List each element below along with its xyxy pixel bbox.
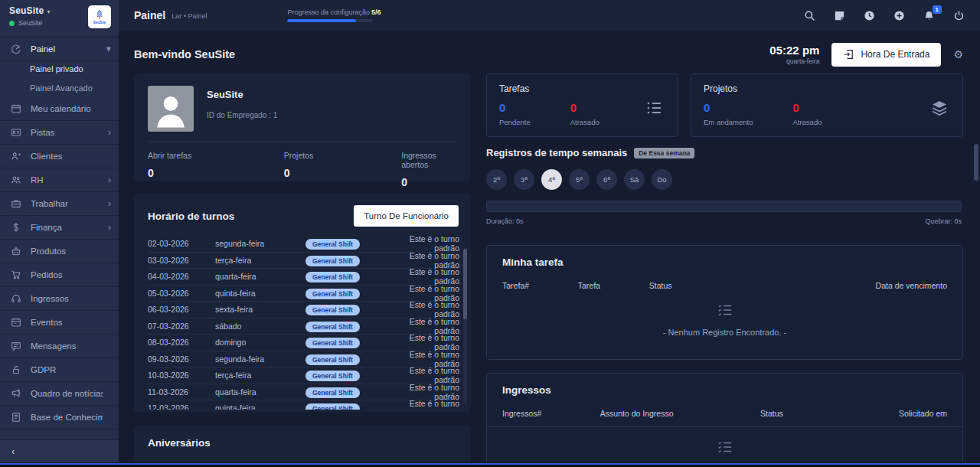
column-header-solicitado-em: Solicitado em [885,409,947,418]
profile-stat-abrir-tarefas: Abrir tarefas0 [148,151,284,188]
shift-badge: General Shift [305,354,360,365]
cake-icon [293,461,312,462]
online-status-icon [9,21,15,26]
weekday-pill-do[interactable]: Do [652,169,672,190]
clock-in-button[interactable]: Hora De Entrada [831,43,941,67]
notifications-bell-icon[interactable]: 1 [923,10,935,21]
sidebar-item-painel-privado[interactable]: Painel privado [0,59,119,78]
weekday-pill-3[interactable]: 3ª [514,169,534,190]
projects-card-title: Projetos [704,83,950,94]
column-header-status: Status [649,281,858,290]
shift-badge: General Shift [305,322,360,332]
tasks-card-title: Tarefas [499,83,665,94]
sidebar-item-quadro-de-not-cias[interactable]: Quadro de notícias [0,382,119,406]
sidebar-item-finan-a[interactable]: Finança› [0,216,119,240]
tasks-overdue-count: 0 [570,101,599,114]
weekday-pills: 2ª3ª4ª5ª6ªSáDo [486,169,962,190]
avatar[interactable] [148,86,194,132]
brand-logo[interactable]: SeuSite [88,5,111,28]
employee-shift-button[interactable]: Turno De Funcionário [354,205,459,227]
projects-summary-card[interactable]: Projetos 0Em andamento 0Atrasado [691,73,963,137]
right-column: Tarefas 0Pendente 0Atrasado Projetos [486,73,963,462]
knowledge-icon [10,412,22,423]
calendar-icon [10,103,22,114]
empty-list-icon [502,439,947,456]
shift-row: 09-03-2026 segunda-feira General Shift E… [148,351,461,367]
profile-card: SeuSite ID do Empregado : 1 Abrir tarefa… [134,73,471,181]
sticky-note-icon[interactable] [834,10,845,21]
setup-progress[interactable]: Progresso da configuração5/6 [287,8,373,22]
weekday-pill-2[interactable]: 2ª [486,169,507,190]
chevron-left-icon: ‹ [11,446,15,457]
content-area: Bem-vindo SeuSite 05:22 pm quarta-feira … [119,31,980,462]
sidebar-item-meu-calend-rio[interactable]: Meu calendário [0,97,119,121]
sidebar-item-base-de-conhecime[interactable]: Base de Conhecime... [0,406,119,429]
sidebar-collapse-button[interactable]: ‹ [0,439,119,462]
setup-progress-value: 5/6 [371,8,381,16]
column-header-assunto-do-ingresso: Assunto do Ingresso [600,409,760,418]
rocket-icon [93,9,106,21]
birthdays-title: Aniversários [148,437,457,449]
briefcase-icon [10,198,22,209]
search-icon[interactable] [804,10,815,21]
page-title: Painel [134,9,165,21]
app-window: SeuSite▾ SeuSite SeuSite Painel▾Painel p… [0,0,980,462]
tickets-columns: Ingressos#Assunto do IngressoStatusSolic… [502,409,947,418]
projects-overdue-count: 0 [792,101,822,114]
sidebar-item-painel-avan-ado[interactable]: Painel Avançado [0,78,119,97]
login-arrow-icon [843,49,854,60]
clock-icon[interactable] [864,10,875,21]
duration-label: Duração: 0s [486,217,524,225]
shift-badge: General Shift [305,403,360,410]
sidebar-item-pistas[interactable]: Pistas› [0,121,119,145]
shift-badge: General Shift [305,289,360,299]
shift-badge: General Shift [305,371,360,381]
profile-stat-projetos: Projetos0 [284,151,402,188]
shift-badge: General Shift [305,387,360,398]
left-column: SeuSite ID do Empregado : 1 Abrir tarefa… [134,73,471,462]
sidebar: SeuSite▾ SeuSite SeuSite Painel▾Painel p… [0,0,119,462]
shift-row: 11-03-2026 quarta-feira General Shift Es… [148,384,461,400]
scrollbar-thumb[interactable] [463,249,467,319]
sidebar-item-gdpr[interactable]: GDPR [0,358,119,382]
workspace-switcher[interactable]: SeuSite▾ [9,5,51,16]
id-card-icon [10,127,22,138]
layers-icon [930,99,949,120]
weekday-pill-4[interactable]: 4ª [541,169,562,190]
gear-icon[interactable]: ⚙ [953,48,963,60]
sidebar-item-eventos[interactable]: Eventos [0,311,119,335]
column-header-data-de-vencimento: Data de vencimento [858,281,947,290]
logout-power-icon[interactable] [953,10,965,21]
weekday-pill-s[interactable]: Sá [624,169,645,190]
shift-badge: General Shift [305,256,360,266]
timelog-duration-bar [486,201,962,212]
sidebar-item-ingressos[interactable]: Ingressos [0,287,119,311]
add-icon[interactable] [893,10,905,21]
timelogs-title: Registros de tempo semanais [486,147,627,158]
page-scrollbar-thumb[interactable] [974,144,978,181]
sidebar-item-painel[interactable]: Painel▾ [0,38,119,61]
tasks-summary-card[interactable]: Tarefas 0Pendente 0Atrasado [486,73,678,137]
profile-name: SeuSite [207,89,277,100]
topbar: Painel Lar • Painel Progresso da configu… [119,0,980,31]
chevron-right-icon: › [108,224,111,231]
tasks-pending-count: 0 [499,101,531,114]
sidebar-item-mensagens[interactable]: Mensagens [0,335,119,358]
shift-table: 02-03-2026 segunda-feira General Shift E… [148,235,461,410]
shift-row: 02-03-2026 segunda-feira General Shift E… [148,235,461,252]
tickets-title: Ingressos [502,384,947,396]
weekday-pill-5[interactable]: 5ª [569,169,590,190]
sidebar-item-clientes[interactable]: Clientes [0,145,119,168]
weekly-timelogs-section: Registros de tempo semanais De Essa sema… [486,147,963,225]
topbar-icons: 1 [804,10,965,21]
birthdays-card: Aniversários [134,426,471,462]
weekday-pill-6[interactable]: 6ª [596,169,617,190]
workspace-header: SeuSite▾ SeuSite SeuSite [0,0,119,37]
sidebar-item-pedidos[interactable]: Pedidos [0,263,119,287]
welcome-title: Bem-vindo SeuSite [134,48,235,60]
sidebar-item-produtos[interactable]: Produtos [0,240,119,263]
sidebar-item-trabalhar[interactable]: Trabalhar› [0,192,119,216]
column-header-tarefa: Tarefa# [502,281,578,290]
sidebar-item-rh[interactable]: RH› [0,168,119,192]
shift-table-scrollbar[interactable] [463,247,467,404]
